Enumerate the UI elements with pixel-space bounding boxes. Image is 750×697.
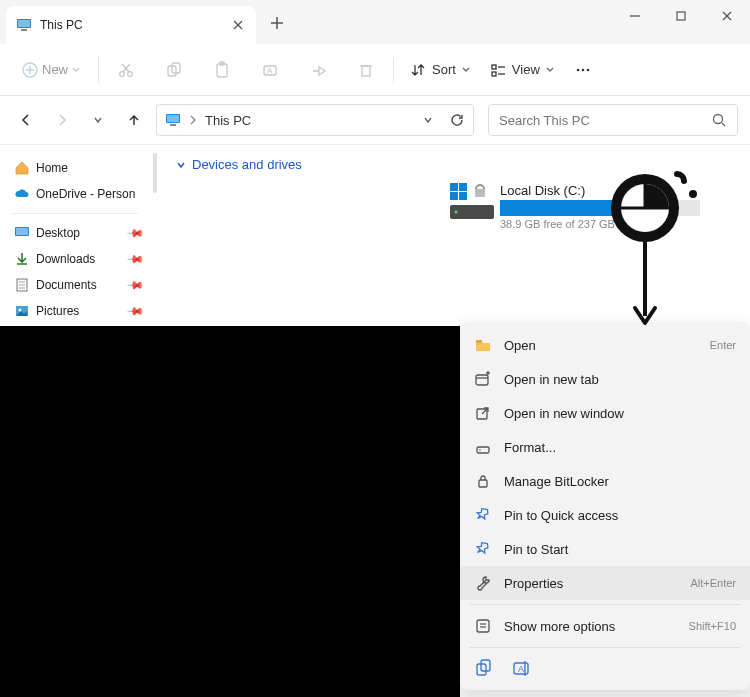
svg-rect-8 — [677, 12, 685, 20]
address-dropdown-icon[interactable] — [423, 115, 433, 125]
tab-this-pc[interactable]: This PC — [6, 6, 256, 44]
this-pc-icon — [165, 112, 181, 128]
back-button[interactable] — [12, 106, 40, 134]
svg-rect-48 — [450, 192, 458, 200]
pin-icon: 📌 — [125, 275, 144, 294]
ctx-bitlocker[interactable]: Manage BitLocker — [460, 464, 750, 498]
breadcrumb[interactable]: This PC — [205, 113, 415, 128]
svg-rect-20 — [217, 64, 227, 77]
sidebar-item-onedrive[interactable]: OneDrive - Person — [0, 181, 150, 207]
lock-icon — [474, 472, 492, 490]
sidebar-item-downloads[interactable]: Downloads 📌 — [0, 246, 150, 272]
maximize-button[interactable] — [658, 0, 704, 32]
cut-button[interactable] — [107, 55, 145, 85]
svg-rect-63 — [477, 620, 489, 632]
refresh-button[interactable] — [449, 112, 465, 128]
paste-button[interactable] — [203, 55, 241, 85]
view-label: View — [512, 62, 540, 77]
sidebar-item-pictures[interactable]: Pictures 📌 — [0, 298, 150, 324]
sidebar-label: Pictures — [36, 304, 79, 318]
ctx-show-more[interactable]: Show more options Shift+F10 — [460, 609, 750, 643]
address-bar[interactable]: This PC — [156, 104, 474, 136]
navbar: This PC — [0, 96, 750, 144]
chevron-down-icon — [462, 66, 470, 74]
rename-icon[interactable]: A — [512, 658, 532, 678]
ctx-open-new-tab[interactable]: Open in new tab — [460, 362, 750, 396]
rename-button[interactable]: A — [251, 55, 289, 85]
more-button[interactable] — [566, 55, 600, 85]
share-button[interactable] — [299, 55, 337, 85]
pictures-icon — [14, 303, 30, 319]
svg-rect-51 — [475, 189, 485, 197]
format-icon — [474, 438, 492, 456]
drive-local-disk-c[interactable]: Local Disk (C:) 38.9 GB free of 237 GB — [450, 183, 700, 230]
ctx-pin-start[interactable]: Pin to Start — [460, 532, 750, 566]
delete-button[interactable] — [347, 55, 385, 85]
sidebar-item-desktop[interactable]: Desktop 📌 — [0, 220, 150, 246]
search-input[interactable] — [499, 113, 705, 128]
svg-rect-35 — [170, 124, 176, 126]
more-options-icon — [474, 617, 492, 635]
svg-point-31 — [582, 68, 585, 71]
ctx-label: Open — [504, 338, 536, 353]
ctx-shortcut: Shift+F10 — [689, 620, 736, 632]
svg-rect-49 — [459, 192, 467, 200]
copy-icon[interactable] — [474, 658, 494, 678]
up-button[interactable] — [120, 106, 148, 134]
ctx-pin-quick-access[interactable]: Pin to Quick access — [460, 498, 750, 532]
svg-text:A: A — [518, 664, 524, 674]
svg-rect-60 — [477, 447, 489, 453]
properties-icon — [474, 574, 492, 592]
sidebar-label: Desktop — [36, 226, 80, 240]
new-label: New — [42, 62, 68, 77]
pin-icon: 📌 — [125, 301, 144, 320]
ctx-format[interactable]: Format... — [460, 430, 750, 464]
sidebar-item-home[interactable]: Home — [0, 155, 150, 181]
lower-black-region — [0, 326, 460, 697]
sort-button[interactable]: Sort — [402, 56, 478, 84]
sidebar-label: OneDrive - Person — [36, 187, 135, 201]
toolbar: New A Sort View — [0, 44, 750, 96]
search-icon[interactable] — [711, 112, 727, 128]
chevron-down-icon — [546, 66, 554, 74]
svg-point-14 — [120, 71, 125, 76]
svg-rect-1 — [18, 20, 30, 27]
svg-line-16 — [123, 64, 130, 72]
svg-point-61 — [479, 449, 481, 451]
drive-name: Local Disk (C:) — [500, 183, 700, 198]
section-devices[interactable]: Devices and drives — [176, 157, 734, 172]
close-tab-icon[interactable] — [230, 17, 246, 33]
context-menu: Open Enter Open in new tab Open in new w… — [460, 322, 750, 690]
new-window-icon — [474, 404, 492, 422]
titlebar: This PC — [0, 0, 750, 44]
ctx-label: Pin to Quick access — [504, 508, 618, 523]
new-button[interactable]: New — [12, 56, 90, 84]
svg-rect-26 — [492, 65, 496, 69]
search-box[interactable] — [488, 104, 738, 136]
ctx-label: Open in new window — [504, 406, 624, 421]
sidebar-label: Home — [36, 161, 68, 175]
svg-point-53 — [455, 211, 458, 214]
ctx-properties[interactable]: Properties Alt+Enter — [460, 566, 750, 600]
new-tab-icon — [474, 370, 492, 388]
documents-icon — [14, 277, 30, 293]
ctx-open-new-window[interactable]: Open in new window — [460, 396, 750, 430]
svg-line-17 — [122, 64, 129, 72]
ctx-open[interactable]: Open Enter — [460, 328, 750, 362]
svg-text:A: A — [267, 66, 273, 75]
drive-free-text: 38.9 GB free of 237 GB — [500, 218, 700, 230]
chevron-right-icon — [189, 115, 197, 125]
svg-point-45 — [19, 309, 22, 312]
new-tab-button[interactable] — [262, 8, 292, 38]
close-window-button[interactable] — [704, 0, 750, 32]
svg-rect-34 — [167, 115, 179, 122]
recent-dropdown[interactable] — [84, 106, 112, 134]
chevron-down-icon — [72, 66, 80, 74]
svg-rect-55 — [476, 375, 488, 385]
sidebar-item-documents[interactable]: Documents 📌 — [0, 272, 150, 298]
minimize-button[interactable] — [612, 0, 658, 32]
copy-button[interactable] — [155, 55, 193, 85]
forward-button[interactable] — [48, 106, 76, 134]
window-controls — [612, 0, 750, 32]
view-button[interactable]: View — [482, 56, 562, 84]
